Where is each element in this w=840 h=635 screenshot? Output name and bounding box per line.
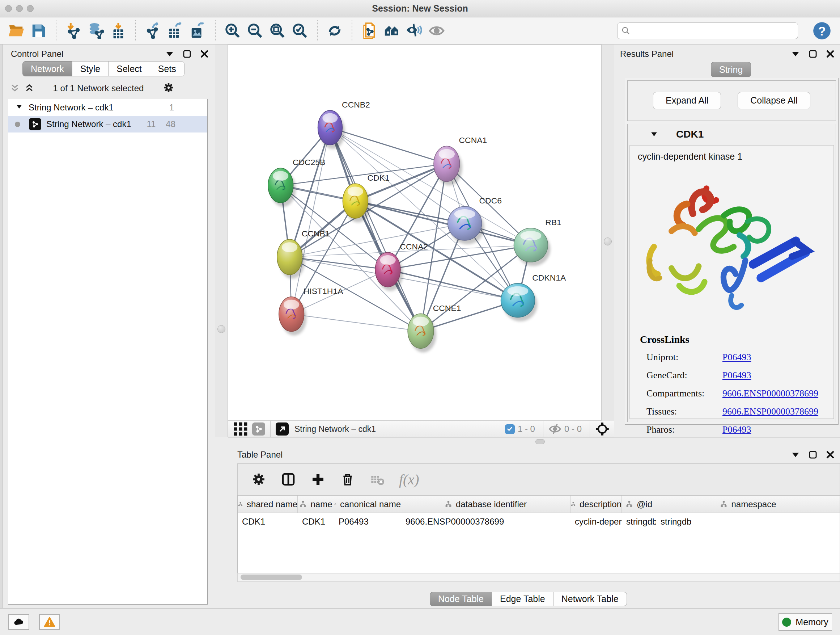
table-cell[interactable]: CDK1 [298,513,334,530]
network-node-CCNE1[interactable]: CCNE1 [408,303,461,353]
network-options-button[interactable] [163,82,174,95]
memory-button[interactable]: Memory [778,613,832,631]
network-node-CCNB2[interactable]: CCNB2 [318,100,370,149]
network-from-file-button[interactable] [358,19,381,42]
collapse-all-button[interactable]: Collapse All [737,92,810,109]
panel-menu-icon[interactable] [791,450,800,459]
float-panel-icon[interactable] [808,450,818,459]
network-node-CDK1[interactable]: CDK1 [343,173,389,222]
create-column-button[interactable] [310,471,326,487]
column-header-namespace[interactable]: namespace [656,496,840,513]
splitter-handle[interactable] [604,238,612,245]
function-builder-button[interactable]: f(x) [399,471,419,488]
column-header-canonical-name[interactable]: canonical name [334,496,401,513]
tab-string[interactable]: String [711,62,751,77]
float-panel-icon[interactable] [808,49,818,59]
network-node-CCNB1[interactable]: CCNB1 [277,229,330,279]
tab-network-table[interactable]: Network Table [553,592,627,606]
edge-CCNA2-CDKN1A[interactable] [388,270,518,301]
grid-view-button[interactable] [233,421,248,437]
network-node-HIST1H1A[interactable]: HIST1H1A [279,287,343,336]
table-cell[interactable]: CDK1 [238,513,298,530]
apply-layout-button[interactable] [324,19,346,42]
pan-crosshair-icon[interactable] [595,422,609,436]
close-panel-icon[interactable] [826,450,835,459]
column-header-database-identifier[interactable]: database identifier [401,496,570,513]
edge-CCNB2-CCNE1[interactable] [330,128,421,331]
network-node-CCNA2[interactable]: CCNA2 [375,242,428,291]
table-options-button[interactable] [251,471,267,487]
import-table-button[interactable] [107,19,129,42]
export-table-button[interactable] [164,19,187,42]
close-panel-icon[interactable] [200,49,209,59]
edge-CCNB2-CCNA1[interactable] [330,128,447,164]
expand-all-button[interactable]: Expand All [653,92,721,109]
network-node-RB1[interactable]: RB1 [514,218,561,266]
export-network-button[interactable] [142,19,164,42]
network-collection-row[interactable]: String Network – cdk1 1 [8,99,207,116]
table-cell[interactable]: stringdb:9... [622,513,656,530]
gene-section-header[interactable]: CDK1 [628,124,836,144]
tab-style[interactable]: Style [72,61,109,76]
show-columns-button[interactable] [280,471,296,487]
crosslink-value-link[interactable]: P06493 [722,370,751,381]
export-image-button[interactable] [187,19,209,42]
edge-HIST1H1A-CCNE1[interactable] [292,314,421,331]
splitter-handle[interactable] [535,439,545,444]
delete-columns-button[interactable] [340,471,355,487]
search-input[interactable] [633,25,794,36]
zoom-fit-button[interactable] [266,19,289,42]
panel-menu-icon[interactable] [165,49,174,59]
splitter-handle[interactable] [218,325,225,333]
panel-menu-icon[interactable] [791,49,800,59]
close-panel-icon[interactable] [826,49,835,59]
network-view-button[interactable] [252,423,265,435]
zoom-selected-button[interactable] [289,19,311,42]
tab-edge-table[interactable]: Edge Table [492,592,554,606]
tree-expand-icon[interactable] [16,103,23,112]
zoom-in-button[interactable] [221,19,244,42]
tab-sets[interactable]: Sets [150,61,185,76]
table-row[interactable]: CDK1CDK1P064939606.ENSP00000378699cyclin… [238,513,840,530]
import-network-from-file-button[interactable] [62,19,85,42]
tab-node-table[interactable]: Node Table [430,592,492,606]
collapse-all-icon[interactable] [10,84,19,93]
network-view[interactable]: CCNB2CCNA1CDC25BCDK1CDC6RB1CCNB1CCNA2CDK… [228,45,601,420]
scrollbar-thumb[interactable] [240,575,302,580]
table-cell[interactable]: stringdb [656,513,840,530]
crosslink-value-link[interactable]: P06493 [722,424,751,435]
show-graphics-details-button[interactable] [425,19,448,42]
table-cell[interactable]: cyclin-dependent ... [570,513,622,530]
table-cell[interactable]: 9606.ENSP00000378699 [401,513,570,530]
column-header-shared-name[interactable]: shared name [238,496,298,513]
crosslink-value-link[interactable]: P06493 [722,352,751,363]
delete-table-button[interactable] [369,471,385,487]
network-node-CCNA1[interactable]: CCNA1 [434,135,487,185]
import-network-from-database-button[interactable] [85,19,107,42]
warnings-button[interactable] [39,614,60,630]
cloud-status-button[interactable] [8,614,29,630]
column-header-description[interactable]: description [570,496,622,513]
selected-nodes-checkbox[interactable] [505,424,515,434]
network-node-CDC25B[interactable]: CDC25B [268,157,325,207]
column-header--id[interactable]: @id [622,496,656,513]
network-row[interactable]: String Network – cdk1 11 48 [8,116,207,133]
column-header-name[interactable]: name [298,496,334,513]
tab-network[interactable]: Network [22,61,73,76]
tab-select[interactable]: Select [108,61,150,76]
left-splitter[interactable] [215,44,228,437]
collapse-section-icon[interactable] [650,130,658,138]
expand-all-icon[interactable] [25,84,34,93]
hide-graphics-details-button[interactable] [403,19,425,42]
crosslink-value-link[interactable]: 9606.ENSP00000378699 [722,388,818,399]
home-button[interactable] [381,19,403,42]
zoom-out-button[interactable] [244,19,266,42]
help-button[interactable]: ? [813,21,831,40]
detach-view-button[interactable] [276,423,289,435]
network-node-CDC6[interactable]: CDC6 [448,196,502,244]
network-node-CDKN1A[interactable]: CDKN1A [501,273,566,321]
crosslink-value-link[interactable]: 9606.ENSP00000378699 [722,406,818,417]
table-cell[interactable]: P06493 [334,513,401,530]
open-session-button[interactable] [5,19,27,42]
network-canvas[interactable]: CCNB2CCNA1CDC25BCDK1CDC6RB1CCNB1CCNA2CDK… [228,44,601,421]
